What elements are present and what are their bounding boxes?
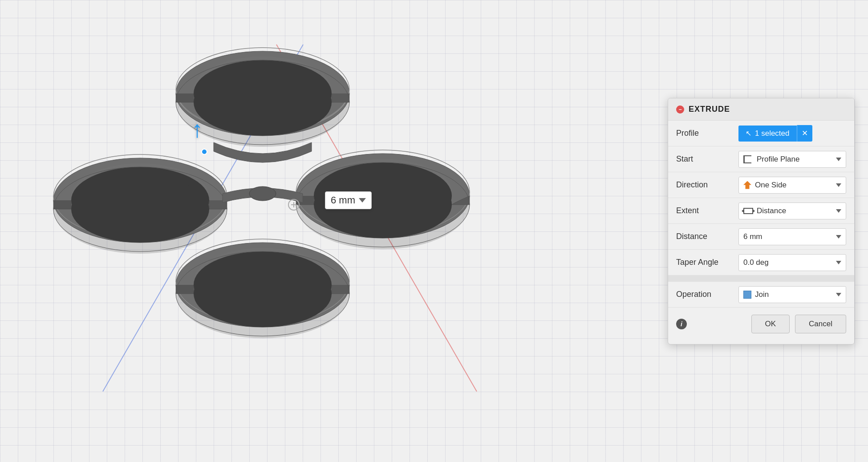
taper-angle-label: Taper Angle — [676, 258, 738, 267]
svg-point-29 — [249, 186, 276, 201]
extent-dropdown-arrow — [836, 209, 841, 213]
taper-angle-value: 0.0 deg — [738, 254, 846, 271]
arrow-base-dot — [201, 149, 207, 155]
extent-row: Extent Distance — [668, 198, 854, 224]
direction-row: Direction One Side — [668, 172, 854, 198]
operation-dropdown-inner: Join — [743, 290, 769, 299]
start-dropdown[interactable]: Profile Plane — [738, 151, 846, 168]
panel-separator — [668, 276, 854, 282]
distance-tooltip[interactable]: 6 mm — [325, 191, 372, 209]
distance-dropdown-arrow — [836, 235, 841, 239]
extent-dropdown[interactable]: Distance — [738, 203, 846, 219]
direction-dropdown-value: One Side — [755, 181, 787, 190]
direction-dropdown-arrow — [836, 183, 841, 187]
taper-angle-dropdown-value: 0.0 deg — [743, 258, 769, 267]
profile-value: ↖ 1 selected ✕ — [738, 125, 846, 142]
svg-point-28 — [194, 260, 332, 327]
start-dropdown-value: Profile Plane — [757, 155, 799, 164]
operation-dropdown-arrow — [836, 293, 841, 296]
profile-label: Profile — [676, 129, 738, 138]
distance-value: 6 mm — [331, 195, 355, 206]
extrude-arrow-handle[interactable]: ↑ — [191, 116, 203, 142]
distance-dropdown-inner: 6 mm — [743, 232, 763, 241]
extent-dropdown-inner: Distance — [743, 207, 786, 215]
panel-title: EXTRUDE — [689, 105, 730, 114]
operation-dropdown[interactable]: Join — [738, 286, 846, 303]
operation-value: Join — [738, 286, 846, 303]
start-dropdown-inner: Profile Plane — [743, 155, 799, 164]
start-row: Start Profile Plane — [668, 146, 854, 172]
taper-angle-dropdown-arrow — [836, 261, 841, 264]
direction-icon — [743, 181, 751, 189]
cancel-button[interactable]: Cancel — [795, 315, 846, 333]
info-icon[interactable]: i — [676, 319, 687, 329]
profile-clear-button[interactable]: ✕ — [797, 125, 812, 142]
svg-point-14 — [71, 176, 209, 243]
extent-icon — [743, 208, 753, 214]
distance-row: Distance 6 mm — [668, 224, 854, 250]
distance-dropdown[interactable]: 6 mm — [738, 228, 846, 245]
panel-buttons: i OK Cancel — [668, 308, 854, 335]
start-dropdown-arrow — [836, 158, 841, 161]
distance-label: Distance — [676, 232, 738, 241]
panel-header: − EXTRUDE — [668, 98, 854, 121]
svg-point-7 — [194, 69, 332, 136]
direction-dropdown-inner: One Side — [743, 181, 787, 190]
distance-dropdown-value: 6 mm — [743, 232, 763, 241]
start-icon — [743, 155, 751, 163]
extent-value: Distance — [738, 203, 846, 219]
panel-close-icon[interactable]: − — [676, 105, 684, 113]
ok-button[interactable]: OK — [751, 315, 790, 333]
taper-angle-dropdown-inner: 0.0 deg — [743, 258, 769, 267]
operation-dropdown-value: Join — [755, 290, 769, 299]
extent-label: Extent — [676, 206, 738, 215]
profile-selected-label: 1 selected — [755, 129, 790, 138]
profile-row: Profile ↖ 1 selected ✕ — [668, 121, 854, 146]
3d-model-svg — [45, 22, 490, 369]
cursor-icon: ↖ — [746, 129, 751, 138]
start-label: Start — [676, 154, 738, 164]
direction-dropdown[interactable]: One Side — [738, 177, 846, 194]
taper-angle-dropdown[interactable]: 0.0 deg — [738, 254, 846, 271]
operation-label: Operation — [676, 290, 738, 299]
direction-label: Direction — [676, 180, 738, 190]
taper-angle-row: Taper Angle 0.0 deg — [668, 250, 854, 276]
operation-row: Operation Join — [668, 282, 854, 308]
operation-icon — [743, 291, 751, 299]
extrude-panel: − EXTRUDE Profile ↖ 1 selected ✕ Start P… — [668, 98, 855, 344]
profile-selected-button[interactable]: ↖ 1 selected — [738, 126, 797, 142]
direction-value: One Side — [738, 177, 846, 194]
distance-dropdown-arrow[interactable] — [359, 198, 366, 203]
distance-value-row: 6 mm — [738, 228, 846, 245]
start-value: Profile Plane — [738, 151, 846, 168]
extent-dropdown-value: Distance — [757, 207, 786, 215]
